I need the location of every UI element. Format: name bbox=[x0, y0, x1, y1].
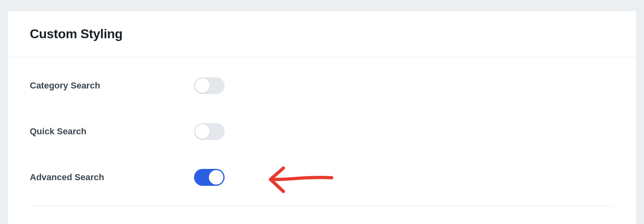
quick-search-toggle[interactable] bbox=[194, 123, 225, 140]
setting-row-quick-search: Quick Search bbox=[30, 122, 614, 141]
toggle-knob bbox=[195, 78, 210, 93]
advanced-search-label: Advanced Search bbox=[30, 172, 194, 183]
setting-row-advanced-search: Advanced Search bbox=[30, 168, 614, 187]
toggle-knob bbox=[195, 124, 210, 139]
panel-header: Custom Styling bbox=[8, 11, 636, 57]
category-search-toggle[interactable] bbox=[194, 77, 225, 94]
category-search-label: Category Search bbox=[30, 80, 194, 91]
settings-panel: Custom Styling Category Search Quick Sea… bbox=[8, 11, 636, 224]
toggle-knob bbox=[209, 170, 223, 185]
arrow-annotation-icon bbox=[267, 164, 336, 198]
quick-search-label: Quick Search bbox=[30, 126, 194, 137]
panel-body: Category Search Quick Search Advanced Se… bbox=[8, 57, 636, 214]
divider bbox=[30, 206, 614, 206]
advanced-search-toggle[interactable] bbox=[194, 169, 225, 186]
setting-row-category-search: Category Search bbox=[30, 76, 614, 95]
panel-title: Custom Styling bbox=[30, 27, 614, 41]
